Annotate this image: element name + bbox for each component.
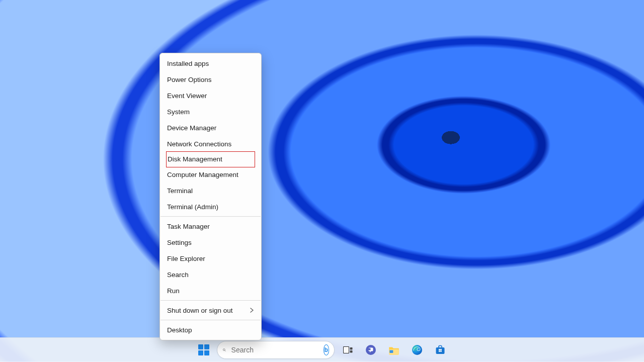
menu-desktop[interactable]: Desktop [160, 322, 261, 338]
menu-system-label: System [167, 108, 190, 116]
svg-rect-8 [368, 348, 371, 350]
task-view-button[interactable] [338, 340, 358, 360]
search-icon [222, 346, 226, 354]
menu-terminal-admin[interactable]: Terminal (Admin) [160, 199, 261, 215]
menu-task-manager[interactable]: Task Manager [160, 218, 261, 234]
file-explorer-icon [387, 343, 400, 356]
search-input[interactable] [230, 345, 320, 354]
chat-icon [364, 343, 377, 356]
menu-network-connections[interactable]: Network Connections [160, 136, 261, 152]
svg-rect-16 [440, 350, 442, 352]
menu-task-manager-label: Task Manager [167, 223, 210, 230]
file-explorer-button[interactable] [384, 340, 404, 360]
task-view-icon [341, 343, 354, 356]
winx-context-menu: Installed appsPower OptionsEvent ViewerS… [159, 53, 262, 340]
chevron-right-icon [250, 308, 254, 313]
menu-installed-apps[interactable]: Installed apps [160, 55, 261, 71]
menu-shutdown-signout[interactable]: Shut down or sign out [160, 302, 261, 318]
menu-terminal-admin-label: Terminal (Admin) [167, 203, 218, 211]
menu-separator [160, 320, 261, 320]
menu-run[interactable]: Run [160, 283, 261, 299]
bing-icon[interactable]: b [324, 344, 329, 355]
menu-file-explorer[interactable]: File Explorer [160, 250, 261, 266]
taskbar-search[interactable]: b [217, 341, 335, 359]
taskbar: b [0, 337, 644, 362]
menu-search-label: Search [167, 271, 189, 279]
start-button[interactable] [194, 340, 214, 360]
svg-rect-4 [350, 347, 353, 350]
svg-rect-13 [439, 349, 440, 350]
menu-device-manager-label: Device Manager [167, 124, 216, 132]
menu-computer-management-label: Computer Management [167, 171, 238, 178]
menu-installed-apps-label: Installed apps [167, 60, 209, 67]
menu-shutdown-signout-label: Shut down or sign out [167, 307, 233, 314]
menu-event-viewer[interactable]: Event Viewer [160, 87, 261, 104]
menu-power-options-label: Power Options [167, 76, 212, 83]
windows-logo-icon [198, 344, 209, 355]
highlight-menu-disk-management: Disk Management [166, 151, 255, 167]
svg-line-1 [225, 350, 226, 351]
menu-system[interactable]: System [160, 104, 261, 120]
svg-rect-12 [436, 347, 445, 354]
svg-rect-14 [440, 349, 442, 350]
microsoft-store-button[interactable] [430, 340, 450, 360]
menu-network-connections-label: Network Connections [167, 140, 231, 148]
menu-file-explorer-label: File Explorer [167, 255, 205, 262]
menu-run-label: Run [167, 287, 180, 295]
menu-separator [160, 300, 261, 301]
menu-power-options[interactable]: Power Options [160, 71, 261, 87]
microsoft-store-icon [434, 343, 447, 356]
menu-settings-label: Settings [167, 239, 192, 246]
svg-rect-3 [344, 347, 349, 353]
edge-icon [411, 343, 424, 356]
menu-event-viewer-label: Event Viewer [167, 92, 207, 100]
menu-search[interactable]: Search [160, 266, 261, 283]
svg-rect-15 [439, 350, 440, 352]
chat-button[interactable] [361, 340, 381, 360]
menu-terminal-label: Terminal [167, 187, 193, 195]
desktop-wallpaper [0, 0, 644, 362]
svg-rect-10 [389, 350, 393, 353]
menu-desktop-label: Desktop [167, 326, 192, 334]
menu-disk-management-label: Disk Management [168, 155, 222, 163]
menu-terminal[interactable]: Terminal [160, 183, 261, 199]
menu-disk-management[interactable]: Disk Management [168, 152, 254, 167]
menu-settings[interactable]: Settings [160, 234, 261, 250]
menu-separator [160, 216, 261, 217]
menu-computer-management[interactable]: Computer Management [160, 166, 261, 183]
svg-rect-5 [350, 350, 353, 353]
edge-button[interactable] [407, 340, 427, 360]
menu-device-manager[interactable]: Device Manager [160, 120, 261, 136]
